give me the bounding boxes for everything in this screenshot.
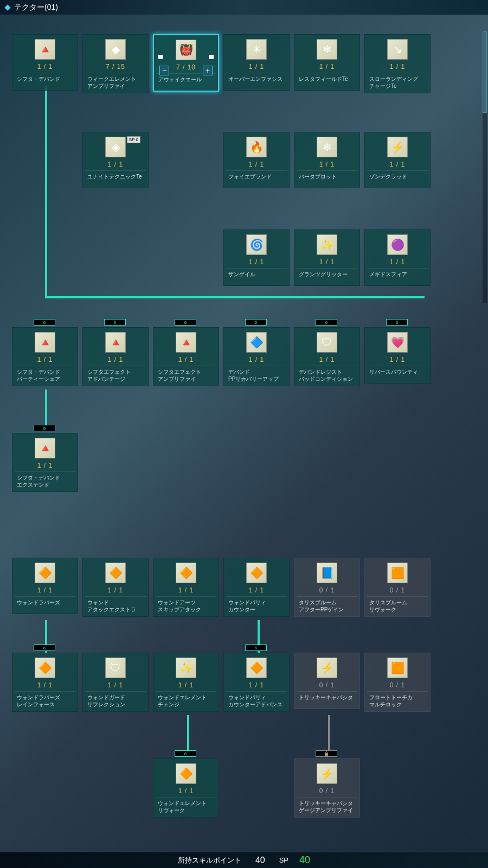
level-badge: 6 — [34, 319, 55, 326]
skill-name: デバンドレジストバッドコンディション — [297, 366, 357, 382]
skill-points: 0 / 1 — [319, 681, 335, 689]
skill-points: 1 / 1 — [108, 681, 123, 689]
skill-name: オーバーエンファシス — [226, 73, 287, 87]
skill-node[interactable]: 🔶 1 / 1 ウォンドラバーズ — [12, 558, 78, 614]
skill-icon: ↘ — [387, 39, 408, 60]
skill-node[interactable]: ⚡ 0 / 1 トリッキーキャパシタゲージアンプリファイ — [294, 758, 360, 818]
footer-bar: 所持スキルポイント 40 SP 40 — [0, 852, 488, 868]
skill-tree: 🔺 1 / 1 シフタ・デバンド ◆ 7 / 15 ウィークエレメントアンプリフ… — [0, 15, 488, 851]
skill-icon: 🟧 — [387, 658, 408, 678]
skill-icon: ◆ — [105, 39, 126, 60]
skill-node[interactable]: 🟧 0 / 1 フロートトーチカマルチロック — [364, 653, 431, 712]
skill-node[interactable]: ⚡ 1 / 1 ゾンデクラッド — [364, 132, 431, 188]
skill-name: ウォンドパリィカウンターアドバンス — [226, 691, 287, 708]
skill-node[interactable]: ↘ 1 / 1 スローランディングチャージTe — [364, 34, 431, 93]
skill-node[interactable]: 🟧 0 / 1 タリスブルームリヴォーク — [364, 558, 431, 617]
skill-icon: 📘 — [317, 563, 337, 583]
skill-icon: 🛡 — [105, 658, 126, 678]
skill-name: ウォンドパリィカウンター — [226, 596, 287, 613]
skill-node[interactable]: 🛡 1 / 1 ウォンドガードリフレクション — [82, 653, 149, 712]
skill-points: 1 / 1 — [390, 63, 405, 71]
sp-value: 40 — [299, 854, 310, 866]
skill-points: 1 / 1 — [108, 161, 123, 168]
skill-icon: ❄ — [317, 137, 337, 157]
skill-points: 1 / 1 — [249, 258, 264, 266]
skill-node-selected[interactable]: 👹 − + 7 / 10 アウェイクエール — [153, 34, 219, 92]
skill-points: 1 / 1 — [37, 586, 53, 594]
skill-node[interactable]: 🟣 1 / 1 メギドスフィア — [364, 229, 431, 286]
skill-node[interactable]: 🔺 1 / 1 シフタ・デバンド — [12, 34, 78, 91]
skill-node[interactable]: 🛡 1 / 1 デバンドレジストバッドコンディション — [294, 327, 360, 386]
skill-node[interactable]: ❄ 1 / 1 レスタフィールドTe — [294, 34, 360, 91]
skill-points: 1 / 1 — [319, 258, 335, 266]
skill-name: トリッキーキャパシタゲージアンプリファイ — [297, 797, 357, 814]
skill-name: ウォンドアタックエクストラ — [85, 596, 146, 613]
skill-name: ウォンドアーツスキップアタック — [156, 596, 216, 613]
skill-node[interactable]: ✳ 1 / 1 オーバーエンファシス — [223, 34, 290, 91]
skill-points: 1 / 1 — [178, 681, 194, 689]
skill-points: 1 / 1 — [319, 63, 335, 71]
skill-name: シフタ・デバンド — [15, 73, 75, 87]
skill-node[interactable]: 💗 1 / 1 リバースバウンティ — [364, 327, 431, 384]
skill-node[interactable]: ◈ SP 0 1 / 1 ユナイトテクニックTe — [82, 132, 149, 188]
level-badge: 6 — [175, 750, 196, 757]
skill-node[interactable]: 🔶 1 / 1 ウォンドパリィカウンターアドバンス — [223, 653, 290, 712]
skill-name: ユナイトテクニックTe — [85, 170, 146, 184]
skill-node[interactable]: 🌀 1 / 1 ザンゲイル — [223, 229, 290, 286]
skill-icon: 🔷 — [246, 332, 267, 353]
skill-node[interactable]: 🔶 1 / 1 ウォンドアーツスキップアタック — [153, 558, 219, 617]
skill-points: 0 / 1 — [319, 586, 335, 594]
skill-points: 7 / 15 — [106, 63, 125, 71]
skill-node[interactable]: 🔺 1 / 1 シフタ・デバンドエクステンド — [12, 433, 78, 492]
skill-points: 0 / 1 — [390, 681, 405, 689]
skill-node[interactable]: 🔶 1 / 1 ウォンドラバーズレインフォース — [12, 653, 78, 712]
skill-node[interactable]: ✨ 1 / 1 グランツグリッター — [294, 229, 360, 286]
skill-icon: ❄ — [317, 39, 337, 60]
skill-icon: ⚡ — [387, 137, 408, 157]
skill-icon: 🔺 — [35, 438, 55, 458]
skill-points: 1 / 1 — [249, 356, 264, 363]
decrement-button[interactable]: − — [159, 66, 169, 75]
skill-node[interactable]: ❄ 1 / 1 バータプロット — [294, 132, 360, 188]
scrollbar-thumb[interactable] — [483, 31, 487, 113]
skill-points: 1 / 1 — [390, 161, 405, 168]
skill-points: 1 / 1 — [108, 586, 123, 594]
owned-sp-label: 所持スキルポイント — [178, 856, 241, 865]
level-badge: 6 — [104, 319, 126, 326]
skill-name: シフタエフェクトアドバンテージ — [85, 366, 146, 382]
skill-node[interactable]: 🔶 1 / 1 ウォンドエレメントリヴォーク — [153, 758, 219, 818]
skill-node[interactable]: 🔺 1 / 1 シフタ・デバンドパーティーシェア — [12, 327, 78, 386]
level-badge: 6 — [386, 319, 408, 326]
skill-icon: 🟣 — [387, 234, 408, 255]
skill-name: ウォンドエレメントチェンジ — [156, 691, 216, 708]
skill-points: 1 / 1 — [249, 586, 264, 594]
skill-node[interactable]: 🔺 1 / 1 シフタエフェクトアドバンテージ — [82, 327, 149, 386]
skill-name: バータプロット — [297, 170, 357, 184]
scrollbar[interactable] — [483, 31, 487, 303]
skill-points: 1 / 1 — [390, 356, 405, 363]
header-title: テクター(01) — [14, 3, 58, 12]
skill-name: レスタフィールドTe — [297, 73, 357, 87]
skill-node[interactable]: 📘 0 / 1 タリスブルームアフターPPゲイン — [294, 558, 360, 617]
corner-dot — [158, 55, 163, 59]
level-badge: 6 — [34, 644, 55, 651]
skill-name: ウォンドラバーズレインフォース — [15, 691, 75, 708]
skill-node[interactable]: 🔶 1 / 1 ウォンドアタックエクストラ — [82, 558, 149, 617]
skill-node[interactable]: 🔥 1 / 1 フォイエブランド — [223, 132, 290, 188]
skill-node[interactable]: ✨ 1 / 1 ウォンドエレメントチェンジ — [153, 653, 219, 712]
skill-points: 1 / 1 — [37, 681, 53, 689]
skill-node[interactable]: 🔶 1 / 1 ウォンドパリィカウンター — [223, 558, 290, 617]
skill-node[interactable]: 🔺 1 / 1 シフタエフェクトアンプリファイ — [153, 327, 219, 386]
skill-points: 1 / 1 — [37, 356, 53, 363]
skill-icon: 🛡 — [317, 332, 337, 353]
increment-button[interactable]: + — [203, 66, 213, 75]
skill-points: 1 / 1 — [178, 787, 194, 795]
skill-name: ウォンドガードリフレクション — [85, 691, 146, 708]
skill-name: シフタ・デバンドパーティーシェア — [15, 366, 75, 382]
skill-node[interactable]: 🔷 1 / 1 デバンドPPリカバリーアップ — [223, 327, 290, 386]
skill-node[interactable]: ◆ 7 / 15 ウィークエレメントアンプリファイ — [82, 34, 149, 93]
skill-name: メギドスフィア — [367, 268, 428, 282]
skill-points: 1 / 1 — [249, 63, 264, 71]
skill-name: ウォンドエレメントリヴォーク — [156, 797, 216, 814]
skill-node[interactable]: ⚡ 0 / 1 トリッキーキャパシタ — [294, 653, 360, 709]
